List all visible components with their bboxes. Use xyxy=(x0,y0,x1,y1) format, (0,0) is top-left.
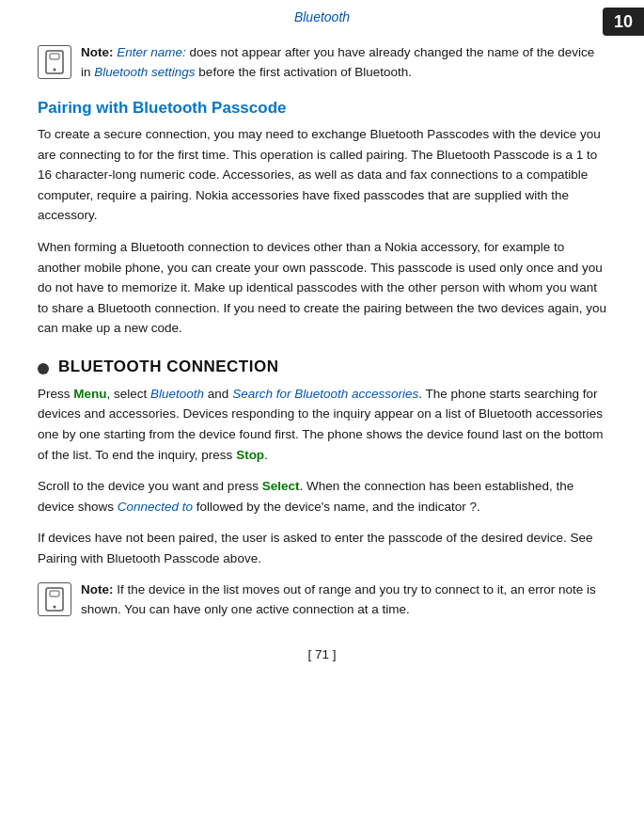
pairing-heading: Pairing with Bluetooth Passcode xyxy=(38,98,606,119)
svg-rect-4 xyxy=(50,591,59,596)
note1-text: Note: Enter name: does not appear after … xyxy=(81,43,606,83)
chapter-badge: 10 xyxy=(603,8,644,36)
page-footer: [ 71 ] xyxy=(38,632,606,661)
pairing-paragraph2: When forming a Bluetooth connection to d… xyxy=(38,237,606,339)
bt-p1-mid2: and xyxy=(204,387,232,401)
pairing-paragraph1: To create a secure connection, you may n… xyxy=(38,124,606,226)
note2-bold: Note: xyxy=(81,582,114,596)
note1-link: Bluetooth settings xyxy=(94,65,195,79)
bt-p2-end: followed by the device's name, and the i… xyxy=(193,500,480,514)
page-container: Bluetooth 10 Note: Enter name: does not … xyxy=(0,0,644,827)
note1-text-end: before the first activation of Bluetooth… xyxy=(198,65,412,79)
svg-point-2 xyxy=(54,69,56,72)
note-icon-1 xyxy=(38,45,71,79)
note-box-1: Note: Enter name: does not appear after … xyxy=(38,43,606,83)
bt-menu-link: Menu xyxy=(73,387,106,401)
svg-point-5 xyxy=(54,605,56,608)
bt-paragraph2: Scroll to the device you want and press … xyxy=(38,476,606,517)
bt-paragraph1: Press Menu, select Bluetooth and Search … xyxy=(38,384,606,465)
bt-p1-pre: Press xyxy=(38,387,73,401)
phone-icon-2 xyxy=(41,586,68,612)
header-title: Bluetooth xyxy=(294,9,350,24)
page-number: [ 71 ] xyxy=(307,647,336,661)
phone-icon xyxy=(41,49,68,75)
svg-rect-1 xyxy=(50,54,59,59)
bt-search-link: Search for Bluetooth accessories xyxy=(232,387,418,401)
bt-connected-link: Connected to xyxy=(118,500,193,514)
note-icon-2 xyxy=(38,582,71,616)
bluetooth-connection-section: BLUETOOTH CONNECTION xyxy=(38,358,606,376)
note2-body: If the device in the list moves out of r… xyxy=(81,582,596,616)
bullet-dot xyxy=(38,363,49,374)
note-box-2: Note: If the device in the list moves ou… xyxy=(38,580,606,620)
bt-select-link: Select xyxy=(262,479,300,493)
bt-p1-end: . xyxy=(264,448,268,462)
bluetooth-connection-heading: BLUETOOTH CONNECTION xyxy=(58,358,278,376)
note1-bold: Note: xyxy=(81,45,114,59)
bt-p1-mid1: , select xyxy=(107,387,151,401)
note2-text: Note: If the device in the list moves ou… xyxy=(81,580,606,620)
bt-paragraph3: If devices have not been paired, the use… xyxy=(38,528,606,568)
page-header: Bluetooth xyxy=(38,0,606,32)
bt-bluetooth-link: Bluetooth xyxy=(150,387,204,401)
bt-stop-link: Stop xyxy=(236,448,264,462)
bt-p2-pre: Scroll to the device you want and press xyxy=(38,479,262,493)
note1-italic: Enter name: xyxy=(117,45,186,59)
